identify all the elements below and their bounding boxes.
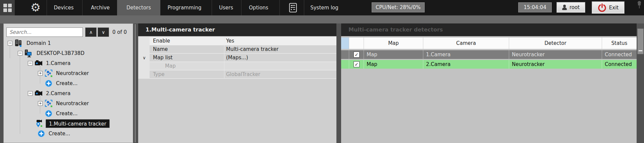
tab-separator — [304, 0, 304, 15]
detectors-table-panel: Multi-camera tracker detectors Map Camer… — [341, 23, 637, 143]
log-panel-icon[interactable] — [289, 3, 297, 12]
properties-panel-title: 1.Multi-camera tracker — [138, 23, 336, 33]
properties-panel: 1.Multi-camera tracker Enable Yes Name M… — [138, 23, 336, 143]
create-icon — [45, 79, 53, 87]
property-grid: Enable Yes Name Multi-camera tracker ∨ M… — [138, 37, 336, 79]
tab-archive[interactable]: Archive — [86, 0, 115, 15]
tab-system-log[interactable]: System log — [307, 0, 342, 15]
pin-icon[interactable] — [636, 1, 642, 9]
tree-collapse-toggle[interactable]: − — [28, 61, 33, 66]
search-next-button[interactable]: ∨ — [98, 27, 109, 37]
tree-expand-toggle[interactable]: + — [38, 101, 43, 106]
exit-label: Exit — [609, 5, 619, 11]
property-row-map-list[interactable]: ∨ Map list (Maps...) — [150, 54, 336, 62]
camera-icon — [35, 59, 43, 67]
neurotracker-icon — [45, 99, 53, 108]
detector-table-row[interactable]: ✓ Map 1.Camera Neurotracker Connected — [341, 50, 637, 59]
property-value[interactable]: Yes — [226, 37, 234, 45]
top-bar: ⚙ Devices Archive Detectors Programming … — [0, 0, 644, 15]
property-row-map[interactable]: Map — [150, 62, 336, 70]
cell-camera: 1.Camera — [423, 50, 509, 59]
tab-separator — [279, 0, 280, 15]
tab-detectors[interactable]: Detectors — [117, 0, 160, 15]
row-checkbox[interactable]: ✓ — [354, 61, 360, 67]
objects-tree-panel: ∧ ∨ 0 of 0 − Domain 1 − — [3, 23, 133, 143]
tree-row-create-detector-1[interactable]: Create... — [4, 78, 133, 88]
neurotracker-icon — [45, 69, 53, 77]
tab-separator — [212, 0, 212, 15]
properties-panel-header: 1.Multi-camera tracker — [138, 23, 336, 36]
gear-icon[interactable]: ⚙ — [29, 0, 42, 15]
column-header-status[interactable]: Status — [602, 38, 637, 49]
cell-map: Map — [364, 60, 423, 69]
domain-icon — [14, 39, 22, 47]
search-input[interactable] — [6, 27, 83, 37]
tree-row-create-detector-2[interactable]: Create... — [4, 109, 133, 119]
property-row-enable[interactable]: Enable Yes — [150, 37, 336, 45]
cell-detector: Neurotracker — [509, 50, 602, 59]
tree-row-multi-camera-tracker[interactable]: 1.Multi-camera tracker — [4, 119, 133, 129]
panel-scrollbar[interactable] — [637, 28, 644, 54]
tree-row-neurotracker-1[interactable]: + Neurotracker — [4, 68, 133, 78]
cpu-net-indicator: CPU/Net: 28%/0% — [372, 2, 425, 12]
detectors-table-header: Map Camera Detector Status — [341, 38, 637, 49]
app-menu-button[interactable] — [0, 0, 15, 15]
tree-row-neurotracker-2[interactable]: + Neurotracker — [4, 98, 133, 109]
detectors-panel-title: Multi-camera tracker detectors — [341, 23, 637, 33]
row-checkbox[interactable]: ✓ — [354, 52, 360, 58]
column-header-detector[interactable]: Detector — [509, 38, 602, 49]
cell-detector: Neurotracker — [509, 60, 602, 69]
tree-row-camera-2[interactable]: − 2.Camera — [4, 88, 133, 98]
detector-table-row[interactable]: ✓ Map 2.Camera Neurotracker Connected — [341, 60, 637, 69]
tree-collapse-toggle[interactable]: − — [18, 51, 22, 56]
cell-status status-badge: Connected — [602, 60, 637, 69]
property-value: GlobalTracker — [226, 70, 260, 79]
tab-separator — [82, 0, 83, 15]
header-corner-cell — [341, 38, 349, 49]
property-row-type: Type GlobalTracker — [150, 70, 336, 79]
exit-button[interactable]: Exit — [592, 1, 625, 14]
user-icon — [562, 5, 567, 10]
cell-map: Map — [364, 50, 423, 59]
cell-status status-badge: Connected — [602, 50, 637, 59]
clock-indicator: 15:04:04 — [518, 2, 552, 12]
application-window: ⚙ Devices Archive Detectors Programming … — [0, 0, 644, 143]
tab-programming[interactable]: Programming — [161, 0, 208, 15]
create-icon — [37, 130, 45, 138]
tree-collapse-toggle[interactable]: − — [8, 41, 12, 46]
header-checkbox-column — [349, 38, 364, 49]
window-gap — [0, 15, 644, 23]
tab-users[interactable]: Users — [214, 0, 238, 15]
tree-row-host[interactable]: − DESKTOP-L3B738D — [4, 48, 133, 58]
user-name: root — [570, 4, 580, 10]
tab-separator — [47, 0, 47, 15]
selected-tree-item-label: 1.Multi-camera tracker — [46, 119, 110, 128]
tab-options[interactable]: Options — [245, 0, 272, 15]
search-match-count: 0 of 0 — [112, 27, 131, 37]
power-icon — [598, 3, 606, 12]
column-header-camera[interactable]: Camera — [423, 38, 509, 49]
tab-separator — [241, 0, 241, 15]
column-header-map[interactable]: Map — [364, 38, 423, 49]
detectors-panel-header: Multi-camera tracker detectors — [341, 23, 637, 36]
create-icon — [45, 110, 53, 118]
tree-row-camera-1[interactable]: − 1.Camera — [4, 58, 133, 68]
host-icon — [24, 49, 32, 57]
panel-splitter[interactable] — [135, 24, 136, 142]
cell-camera: 2.Camera — [423, 60, 509, 69]
property-row-name[interactable]: Name Multi-camera tracker — [150, 45, 336, 54]
tab-devices[interactable]: Devices — [49, 0, 78, 15]
search-prev-button[interactable]: ∧ — [85, 27, 97, 37]
tree-collapse-toggle[interactable]: − — [28, 91, 33, 96]
tree-row-domain[interactable]: − Domain 1 — [4, 38, 133, 48]
chevron-down-icon[interactable]: ∨ — [141, 54, 148, 62]
camera-icon — [35, 89, 43, 97]
user-button[interactable]: root — [556, 2, 585, 13]
tree-expand-toggle[interactable]: + — [38, 71, 43, 76]
tree-row-create-tracker[interactable]: Create... — [4, 129, 133, 139]
property-value[interactable]: (Maps...) — [226, 54, 248, 62]
app-menu-icon — [3, 4, 12, 12]
multi-camera-tracker-icon — [35, 120, 43, 128]
property-value[interactable]: Multi-camera tracker — [226, 45, 279, 54]
